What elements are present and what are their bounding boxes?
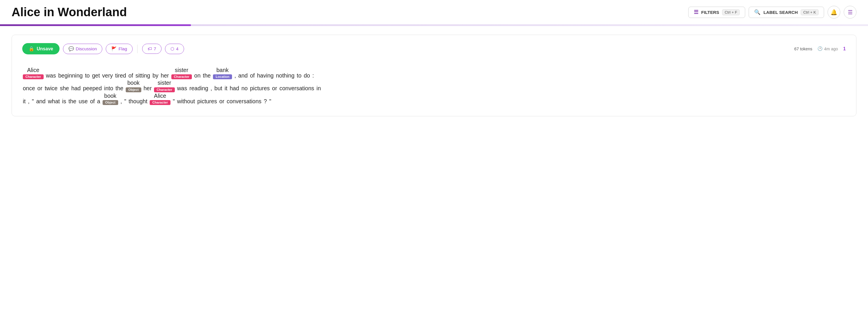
tags-button[interactable]: 🏷 7 xyxy=(142,44,161,54)
doc-number: 1 xyxy=(843,46,846,52)
token-conversations-1: conversations xyxy=(279,85,315,92)
token-comma-2: , xyxy=(210,85,213,92)
token-rdquote-3: " xyxy=(269,98,272,105)
token-was: was xyxy=(45,72,57,79)
lock-icon: 🔒 xyxy=(29,46,34,52)
token-her-2: her xyxy=(143,85,152,92)
token-book-2: book Object xyxy=(102,92,119,105)
token-sister-2: sister Character xyxy=(153,79,176,92)
token-the-1: the xyxy=(202,72,211,79)
token-of-2: of xyxy=(249,72,255,79)
discussion-button[interactable]: 💬 Discussion xyxy=(63,44,102,54)
token-alice-1: Alice Character xyxy=(22,66,44,79)
tag-icon: 🏷 xyxy=(148,46,152,51)
token-sitting: sitting xyxy=(135,72,151,79)
token-what: what xyxy=(48,98,60,105)
annotated-text: Alice Character was beginning to get xyxy=(22,64,846,108)
unsave-button[interactable]: 🔒 Unsave xyxy=(22,43,60,54)
tags-count: 7 xyxy=(154,46,156,51)
token-had-1: had xyxy=(71,85,82,92)
token-the-3: the xyxy=(68,98,77,105)
token-nothing: nothing xyxy=(275,72,295,79)
token-reading: reading xyxy=(189,85,209,92)
flag-icon: 🚩 xyxy=(111,46,117,52)
document-toolbar: 🔒 Unsave 💬 Discussion 🚩 Flag 🏷 7 ⬡ 4 67 xyxy=(22,43,846,54)
token-thought: thought xyxy=(128,98,148,105)
notifications-button[interactable]: 🔔 xyxy=(828,6,840,19)
token-tired: tired xyxy=(115,72,127,79)
token-of-1: of xyxy=(128,72,133,79)
token-colon: : xyxy=(312,72,314,79)
token-or-1: or xyxy=(37,85,43,92)
token-but: but xyxy=(214,85,223,92)
token-on: on xyxy=(194,72,201,79)
token-twice: twice xyxy=(44,85,58,92)
token-to-2: to xyxy=(296,72,302,79)
token-the-2: the xyxy=(115,85,124,92)
token-use: use xyxy=(78,98,88,105)
unsave-label: Unsave xyxy=(37,46,53,52)
token-or-3: or xyxy=(219,98,225,105)
token-her-1: her xyxy=(160,72,169,79)
token-comma-3: , xyxy=(27,98,30,105)
menu-button[interactable]: ☰ xyxy=(844,6,857,19)
token-to: to xyxy=(84,72,90,79)
token-question: ? xyxy=(263,98,268,105)
flag-label: Flag xyxy=(119,46,127,51)
hamburger-icon: ☰ xyxy=(848,9,853,16)
token-had-2: had xyxy=(229,85,240,92)
token-having: having xyxy=(256,72,274,79)
filter-icon: ☰ xyxy=(694,9,699,15)
token-bank: bank Location xyxy=(212,66,232,79)
discussion-icon: 💬 xyxy=(68,46,74,52)
token-into: into xyxy=(103,85,114,92)
bell-icon: 🔔 xyxy=(831,9,837,16)
token-alice-2: Alice Character xyxy=(149,92,171,105)
toolbar-meta: 67 tokens 🕐 4m ago 1 xyxy=(794,46,846,52)
text-line-1: Alice Character was beginning to get xyxy=(22,66,846,79)
clock-icon: 🕐 xyxy=(817,46,823,51)
header: Alice in Wonderland ☰ FILTERS Ctrl + F 🔍… xyxy=(0,0,868,24)
progress-bar-fill xyxy=(0,24,191,26)
token-pictures-1: pictures xyxy=(249,85,270,92)
discussion-label: Discussion xyxy=(76,46,97,51)
token-count: 67 tokens xyxy=(794,47,812,51)
token-peeped: peeped xyxy=(82,85,102,92)
header-actions: ☰ FILTERS Ctrl + F 🔍 LABEL SEARCH Ctrl +… xyxy=(688,6,857,19)
label-search-shortcut: Ctrl + K xyxy=(801,9,818,15)
token-or-2: or xyxy=(272,85,278,92)
token-comma-1: , xyxy=(234,72,236,79)
token-sister-1: sister Character xyxy=(171,66,193,79)
filters-button[interactable]: ☰ FILTERS Ctrl + F xyxy=(688,7,745,18)
main-content: 🔒 Unsave 💬 Discussion 🚩 Flag 🏷 7 ⬡ 4 67 xyxy=(0,35,868,128)
share-button[interactable]: ⬡ 4 xyxy=(165,44,184,54)
token-comma-4: , xyxy=(120,98,123,105)
label-search-button[interactable]: 🔍 LABEL SEARCH Ctrl + K xyxy=(749,7,824,18)
token-pictures-2: pictures xyxy=(197,98,218,105)
share-icon: ⬡ xyxy=(170,46,174,52)
token-rdquote-2: " xyxy=(172,98,176,105)
token-book-1: book Object xyxy=(125,79,142,92)
flag-button[interactable]: 🚩 Flag xyxy=(106,44,133,54)
token-a: a xyxy=(96,98,101,105)
token-beginning: beginning xyxy=(58,72,84,79)
time-ago: 🕐 4m ago xyxy=(817,46,838,51)
token-no: no xyxy=(241,85,248,92)
token-by: by xyxy=(152,72,159,79)
share-count: 4 xyxy=(176,46,178,51)
filters-label: FILTERS xyxy=(701,10,719,15)
token-and: and xyxy=(238,72,248,79)
token-is: is xyxy=(62,98,67,105)
token-in: in xyxy=(316,85,321,92)
token-it-2: it xyxy=(22,98,26,105)
token-once: once xyxy=(22,85,35,92)
text-line-2: once or twice she had xyxy=(22,79,846,92)
search-icon: 🔍 xyxy=(754,9,761,15)
token-was: was xyxy=(177,85,188,92)
token-rdquote-1: " xyxy=(124,98,127,105)
text-line-3: it , " and what xyxy=(22,92,846,105)
progress-bar xyxy=(0,24,868,26)
filters-shortcut: Ctrl + F xyxy=(722,9,740,15)
token-conversations-2: conversations xyxy=(226,98,262,105)
label-search-label: LABEL SEARCH xyxy=(764,10,798,15)
